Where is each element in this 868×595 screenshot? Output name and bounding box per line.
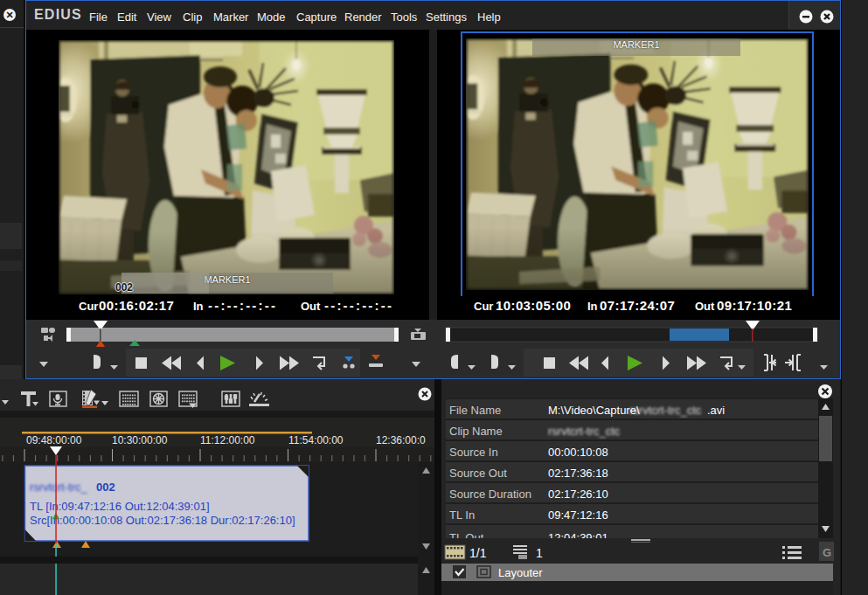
svg-text:02:17:26:10: 02:17:26:10 (548, 488, 608, 501)
svg-text:.avi: .avi (707, 404, 725, 417)
svg-text:rsrvtcrt-trc_ctc: rsrvtcrt-trc_ctc (629, 404, 702, 417)
svg-text:12:36:00:0: 12:36:00:0 (376, 434, 426, 446)
svg-text:02:17:36:18: 02:17:36:18 (548, 467, 608, 480)
svg-text:Clip Name: Clip Name (449, 425, 503, 438)
svg-text:10:30:00:00: 10:30:00:00 (112, 434, 168, 446)
svg-text:09:47:12:16: 09:47:12:16 (548, 509, 608, 522)
svg-text:11:54:00:00: 11:54:00:00 (288, 434, 344, 446)
svg-text:File Name: File Name (449, 404, 501, 417)
svg-text:TL [In:09:47:12:16 Out:12:04:3: TL [In:09:47:12:16 Out:12:04:39:01] (30, 500, 210, 513)
svg-text:1/1: 1/1 (469, 546, 487, 560)
svg-text:rsrvtcrt-trc_: rsrvtcrt-trc_ (30, 481, 87, 494)
svg-text:1: 1 (536, 546, 543, 560)
svg-text:Source In: Source In (449, 446, 498, 459)
svg-text:TL In: TL In (449, 509, 475, 522)
svg-text:Source Out: Source Out (449, 467, 507, 480)
svg-text:rsrvtcrt-trc_ctc: rsrvtcrt-trc_ctc (548, 425, 621, 438)
svg-text:Src[In:00:00:10:08 Out:02:17:3: Src[In:00:00:10:08 Out:02:17:36:18 Dur:0… (30, 514, 295, 527)
svg-text:M:\Video\Capture\: M:\Video\Capture\ (548, 404, 640, 417)
svg-text:11:12:00:00: 11:12:00:00 (200, 434, 255, 446)
svg-text:002: 002 (96, 481, 115, 494)
svg-text:Layouter: Layouter (498, 566, 543, 579)
svg-text:Source Duration: Source Duration (449, 488, 531, 501)
svg-text:G: G (823, 546, 831, 559)
svg-text:09:48:00:00: 09:48:00:00 (26, 434, 82, 446)
svg-text:00:00:10:08: 00:00:10:08 (548, 446, 608, 459)
